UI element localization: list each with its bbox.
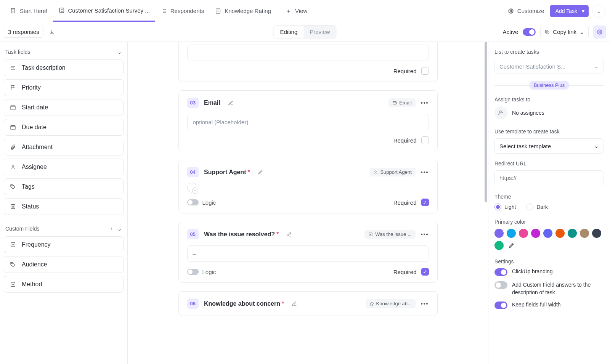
svg-rect-1 (59, 8, 64, 13)
template-select[interactable]: Select task template ⌄ (494, 138, 604, 154)
clickup-branding-toggle[interactable] (494, 268, 507, 276)
tab-label: Start Here! (20, 8, 48, 14)
task-fields-header[interactable]: Task fields ⌄ (4, 47, 124, 59)
custom-fields-header[interactable]: Custom Fields + ⌄ (4, 224, 124, 236)
form-field-card-prev[interactable]: Required (178, 42, 438, 82)
required-checkbox[interactable]: ✓ (421, 199, 429, 206)
tab-survey[interactable]: Customer Satisfaction Survey ... (53, 0, 155, 22)
field-title: Was the issue resolved?* (204, 231, 279, 238)
field-option-label: Method (22, 281, 42, 288)
link-icon (544, 29, 550, 35)
list-label: List to create tasks (494, 49, 604, 55)
badge-label: Knowledge ab... (376, 301, 412, 306)
chevron-down-icon: ⌄ (597, 8, 601, 14)
field-option-start-date[interactable]: Start date (4, 99, 124, 116)
color-swatch[interactable] (592, 229, 601, 238)
add-task-button[interactable]: Add Task ▾ (550, 5, 589, 17)
placeholder-input[interactable]: – (187, 245, 429, 262)
logic-toggle[interactable] (187, 199, 199, 205)
badge-label: Support Agent (380, 169, 411, 175)
required-checkbox[interactable]: ✓ (421, 268, 429, 276)
edit-icon[interactable] (228, 100, 233, 106)
chevron-down-icon: ⌄ (117, 49, 122, 55)
logic-toggle[interactable] (187, 269, 199, 275)
svg-point-9 (12, 165, 14, 167)
theme-light-option[interactable]: Light (494, 204, 516, 210)
edit-icon[interactable] (258, 170, 263, 175)
field-number: 06 (187, 298, 199, 309)
pin-doc-icon (10, 8, 17, 14)
form-field-card-knowledge[interactable]: 06 Knowledge about concern* Knowledge ab… (178, 291, 438, 316)
color-swatch[interactable] (568, 229, 577, 238)
add-view-button[interactable]: + View (280, 0, 313, 22)
field-option-label: Attachment (22, 144, 53, 151)
color-swatch[interactable] (494, 241, 504, 250)
color-swatch[interactable] (519, 229, 528, 238)
form-field-card-resolved[interactable]: 05 Was the issue resolved?* Was the issu… (178, 222, 438, 283)
more-options-button[interactable]: ••• (421, 100, 429, 106)
tab-knowledge[interactable]: Knowledge Rating (209, 0, 276, 22)
theme-dark-option[interactable]: Dark (527, 204, 548, 210)
scrollbar[interactable] (485, 42, 487, 202)
tab-respondents[interactable]: Respondents (155, 0, 209, 22)
more-options-button[interactable]: ••• (421, 169, 429, 175)
customize-button[interactable]: Customize (506, 8, 546, 14)
list-select[interactable]: Customer Satisfaction S... ⌄ (494, 59, 604, 74)
field-option-task-description[interactable]: Task description (4, 59, 124, 76)
color-swatch[interactable] (555, 229, 565, 238)
redirect-url-input[interactable] (494, 170, 604, 185)
add-custom-field-button[interactable]: + (110, 226, 113, 232)
field-option-label: Priority (22, 84, 41, 91)
add-cf-to-description-toggle[interactable] (494, 281, 507, 289)
svg-rect-5 (546, 30, 548, 33)
placeholder-input[interactable] (187, 45, 429, 61)
more-options-button[interactable]: ••• (421, 231, 429, 237)
more-options-button[interactable]: ••• (421, 301, 429, 307)
form-settings-button[interactable] (593, 26, 606, 38)
copy-link-button[interactable]: Copy link ⌄ (540, 26, 589, 38)
edit-icon[interactable] (292, 301, 297, 306)
field-option-tags[interactable]: Tags (4, 178, 124, 195)
edit-icon[interactable] (286, 232, 292, 237)
active-toggle[interactable] (523, 28, 536, 36)
svg-point-14 (11, 263, 12, 264)
editing-tab[interactable]: Editing (274, 26, 303, 38)
field-option-audience[interactable]: Audience (4, 256, 124, 273)
required-checkbox[interactable] (421, 136, 429, 144)
field-option-method[interactable]: Method (4, 276, 124, 293)
more-menu-button[interactable]: ⌄ (592, 5, 605, 18)
color-picker-icon[interactable] (507, 241, 516, 250)
placeholder-input[interactable]: optional (Placeholder) (187, 114, 429, 130)
tab-start-here[interactable]: Start Here! (5, 0, 53, 22)
plus-icon: + (285, 8, 292, 14)
preview-tab[interactable]: Preview (303, 26, 336, 38)
color-swatch[interactable] (507, 229, 516, 238)
full-width-toggle[interactable] (494, 301, 507, 309)
add-agent-button[interactable] (187, 183, 197, 192)
radio-icon (494, 204, 501, 210)
field-option-priority[interactable]: Priority (4, 79, 124, 96)
color-swatch[interactable] (494, 229, 504, 238)
field-option-attachment[interactable]: Attachment (4, 139, 124, 156)
copy-link-label: Copy link (553, 29, 576, 35)
color-swatch[interactable] (531, 229, 540, 238)
responses-button[interactable]: 3 responses (4, 26, 43, 38)
logic-label: Logic (202, 199, 216, 206)
add-assignee-button[interactable] (494, 106, 507, 119)
color-swatch[interactable] (580, 229, 589, 238)
field-option-status[interactable]: Status (4, 198, 124, 215)
color-swatch[interactable] (543, 229, 552, 238)
required-checkbox[interactable] (421, 67, 429, 75)
gear-icon (597, 29, 603, 35)
form-field-card-email[interactable]: 03 Email Email ••• optional (Placeholder… (178, 90, 438, 151)
sub-bar: 3 responses Editing Preview Active Copy … (0, 22, 610, 42)
required-label: Required (393, 199, 417, 206)
field-option-assignee[interactable]: Assignee (4, 159, 124, 175)
chevron-down-icon: ▾ (582, 8, 584, 14)
download-icon[interactable] (47, 27, 56, 37)
field-option-due-date[interactable]: Due date (4, 119, 124, 136)
field-option-frequency[interactable]: Frequency (4, 236, 124, 253)
align-left-icon (10, 64, 16, 71)
svg-rect-0 (11, 8, 15, 13)
form-field-card-support-agent[interactable]: 04 Support Agent* Support Agent ••• (178, 160, 438, 213)
